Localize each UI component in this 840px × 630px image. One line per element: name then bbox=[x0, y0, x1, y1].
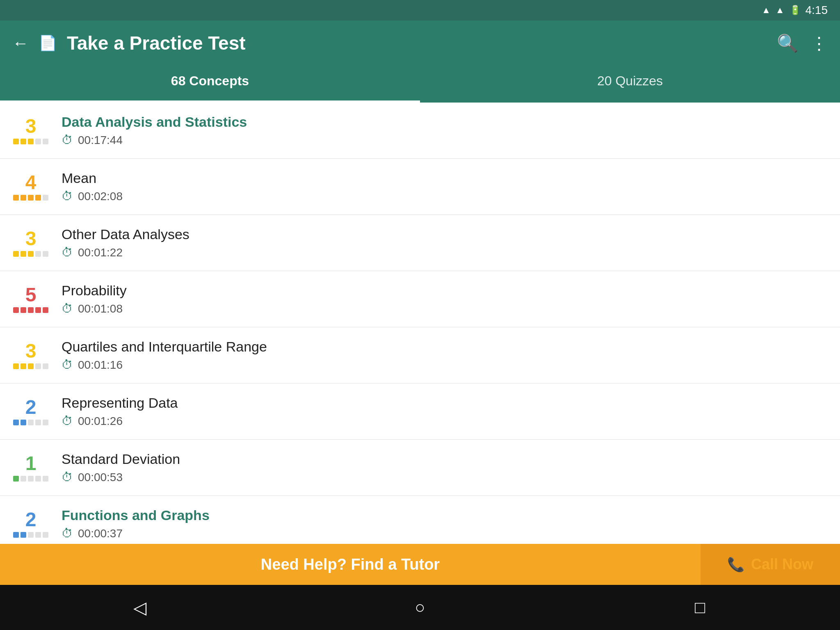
score-bar bbox=[43, 420, 48, 425]
item-duration: ⏱00:00:53 bbox=[62, 470, 828, 484]
item-duration: ⏱00:01:16 bbox=[62, 358, 828, 372]
item-title: Other Data Analyses bbox=[62, 226, 828, 242]
item-duration: ⏱00:01:26 bbox=[62, 414, 828, 428]
tab-quizzes[interactable]: 20 Quizzes bbox=[420, 66, 840, 103]
score-bar bbox=[13, 532, 19, 538]
item-score: 3 bbox=[12, 229, 49, 257]
list-item[interactable]: 5Probability⏱00:01:08 bbox=[0, 271, 840, 327]
score-bar bbox=[35, 476, 41, 482]
bottom-cta-bar: Need Help? Find a Tutor 📞 Call Now bbox=[0, 544, 840, 585]
score-bar bbox=[13, 307, 19, 313]
score-bar bbox=[35, 307, 41, 313]
score-bar bbox=[21, 307, 26, 313]
wifi-icon: ▲ bbox=[762, 5, 771, 16]
duration-text: 00:01:26 bbox=[78, 415, 123, 428]
score-bar bbox=[21, 476, 26, 482]
score-bars bbox=[13, 476, 48, 482]
item-content: Standard Deviation⏱00:00:53 bbox=[49, 451, 828, 484]
tab-quizzes-label: 20 Quizzes bbox=[597, 73, 663, 95]
list-item[interactable]: 3Data Analysis and Statistics⏱00:17:44 bbox=[0, 103, 840, 159]
score-bar bbox=[13, 363, 19, 369]
nav-home-button[interactable]: ○ bbox=[404, 591, 436, 624]
item-content: Probability⏱00:01:08 bbox=[49, 283, 828, 315]
score-number: 5 bbox=[25, 285, 37, 305]
clock-icon: ⏱ bbox=[62, 302, 73, 315]
nav-back-button[interactable]: ◁ bbox=[123, 591, 156, 624]
item-title: Quartiles and Interquartile Range bbox=[62, 339, 828, 355]
score-number: 2 bbox=[25, 510, 37, 530]
score-bars bbox=[13, 363, 48, 369]
score-bar bbox=[28, 532, 34, 538]
item-score: 2 bbox=[12, 510, 49, 538]
score-bar bbox=[28, 476, 34, 482]
score-bars bbox=[13, 251, 48, 257]
list-item[interactable]: 3Other Data Analyses⏱00:01:22 bbox=[0, 215, 840, 271]
list-item[interactable]: 1Standard Deviation⏱00:00:53 bbox=[0, 440, 840, 496]
score-bars bbox=[13, 195, 48, 201]
duration-text: 00:01:22 bbox=[78, 246, 123, 259]
score-number: 1 bbox=[25, 454, 37, 473]
signal-icon: ▲ bbox=[776, 5, 785, 16]
battery-icon: 🔋 bbox=[790, 5, 801, 16]
find-tutor-button[interactable]: Need Help? Find a Tutor bbox=[0, 544, 701, 585]
list-item[interactable]: 2Functions and Graphs⏱00:00:37 bbox=[0, 496, 840, 544]
score-number: 3 bbox=[25, 229, 37, 249]
duration-text: 00:01:08 bbox=[78, 302, 123, 315]
item-score: 2 bbox=[12, 397, 49, 425]
status-icons: ▲ ▲ 🔋 4:15 bbox=[762, 4, 828, 17]
tab-bar: 68 Concepts 20 Quizzes bbox=[0, 66, 840, 103]
item-score: 3 bbox=[12, 341, 49, 369]
score-bar bbox=[28, 139, 34, 144]
tab-concepts[interactable]: 68 Concepts bbox=[0, 66, 420, 103]
score-bar bbox=[21, 532, 26, 538]
score-bar bbox=[35, 251, 41, 257]
score-bar bbox=[28, 251, 34, 257]
item-duration: ⏱00:01:22 bbox=[62, 246, 828, 259]
clock-icon: ⏱ bbox=[62, 414, 73, 428]
duration-text: 00:00:53 bbox=[78, 471, 123, 484]
item-title: Standard Deviation bbox=[62, 451, 828, 467]
item-title: Mean bbox=[62, 170, 828, 186]
score-bars bbox=[13, 532, 48, 538]
list-item[interactable]: 2Representing Data⏱00:01:26 bbox=[0, 383, 840, 440]
score-bar bbox=[28, 195, 34, 201]
list-item[interactable]: 3Quartiles and Interquartile Range⏱00:01… bbox=[0, 327, 840, 383]
score-bar bbox=[21, 195, 26, 201]
search-icon[interactable]: 🔍 bbox=[777, 33, 798, 53]
score-bar bbox=[28, 363, 34, 369]
score-bar bbox=[43, 363, 48, 369]
call-now-button[interactable]: 📞 Call Now bbox=[701, 544, 840, 585]
score-number: 4 bbox=[25, 173, 37, 192]
clock-icon: ⏱ bbox=[62, 246, 73, 259]
clock-icon: ⏱ bbox=[62, 358, 73, 372]
status-time: 4:15 bbox=[806, 4, 828, 17]
nav-recent-button[interactable]: □ bbox=[684, 591, 717, 624]
item-score: 5 bbox=[12, 285, 49, 313]
clock-icon: ⏱ bbox=[62, 470, 73, 484]
back-button[interactable]: ← bbox=[12, 34, 29, 52]
item-content: Mean⏱00:02:08 bbox=[49, 170, 828, 203]
phone-icon: 📞 bbox=[727, 556, 744, 573]
status-bar: ▲ ▲ 🔋 4:15 bbox=[0, 0, 840, 21]
score-bar bbox=[28, 307, 34, 313]
item-content: Functions and Graphs⏱00:00:37 bbox=[49, 507, 828, 540]
score-bar bbox=[21, 251, 26, 257]
more-options-icon[interactable]: ⋮ bbox=[810, 33, 828, 53]
score-bar bbox=[21, 420, 26, 425]
item-score: 3 bbox=[12, 116, 49, 144]
score-bar bbox=[35, 139, 41, 144]
list-item[interactable]: 4Mean⏱00:02:08 bbox=[0, 159, 840, 215]
page-icon: 📄 bbox=[39, 34, 57, 52]
concepts-list: 3Data Analysis and Statistics⏱00:17:444M… bbox=[0, 103, 840, 544]
score-bar bbox=[13, 420, 19, 425]
duration-text: 00:01:16 bbox=[78, 358, 123, 372]
item-content: Other Data Analyses⏱00:01:22 bbox=[49, 226, 828, 259]
item-content: Data Analysis and Statistics⏱00:17:44 bbox=[49, 114, 828, 147]
clock-icon: ⏱ bbox=[62, 133, 73, 147]
score-bars bbox=[13, 307, 48, 313]
item-title: Data Analysis and Statistics bbox=[62, 114, 828, 130]
item-duration: ⏱00:01:08 bbox=[62, 302, 828, 315]
score-bar bbox=[28, 420, 34, 425]
item-duration: ⏱00:17:44 bbox=[62, 133, 828, 147]
nav-bar: ◁ ○ □ bbox=[0, 585, 840, 630]
